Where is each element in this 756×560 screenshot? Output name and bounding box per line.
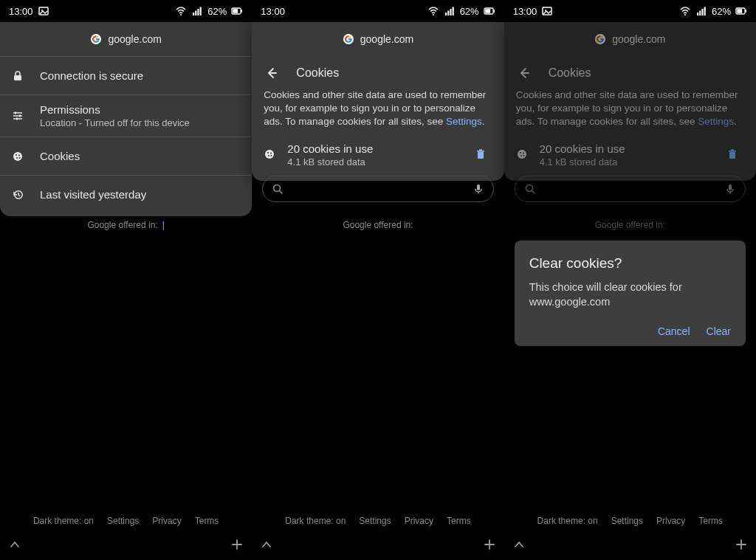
permissions-sub: Location - Turned off for this device: [40, 117, 240, 128]
cookies-in-use-row: 20 cookies in use 4.1 kB stored data: [252, 136, 504, 178]
mic-icon[interactable]: [472, 183, 484, 195]
wifi-icon-2: [427, 5, 439, 17]
google-favicon-icon: [90, 33, 102, 45]
footer-terms[interactable]: Terms: [195, 516, 219, 526]
trash-icon[interactable]: [470, 148, 492, 162]
footer-dark-theme[interactable]: Dark theme: on: [33, 516, 94, 526]
mic-icon-3: [724, 183, 736, 195]
wifi-icon: [175, 5, 187, 17]
notification-icon: [38, 5, 49, 17]
status-time-3: 13:00: [513, 6, 537, 17]
footer-privacy-2[interactable]: Privacy: [405, 516, 433, 526]
footer-settings[interactable]: Settings: [107, 516, 139, 526]
search-bar[interactable]: [262, 176, 493, 202]
footer-dark-theme-3[interactable]: Dark theme: on: [537, 516, 598, 526]
site-domain: google.com: [108, 33, 161, 45]
cookies-label: Cookies: [40, 150, 240, 162]
signal-icon: [191, 5, 203, 17]
dialog-title: Clear cookies?: [529, 255, 731, 272]
back-icon-dim: [516, 67, 532, 79]
battery-icon-3: [735, 5, 747, 17]
pane-site-info: 13:00 62% google.com Connection is secur…: [0, 0, 252, 560]
battery-icon-2: [484, 5, 495, 17]
settings-link[interactable]: Settings: [446, 116, 482, 127]
sheet-title-row-2: google.com: [252, 22, 504, 56]
offered-pipe: |: [162, 220, 165, 230]
footer-settings-3[interactable]: Settings: [611, 516, 643, 526]
page-footer: Dark theme: on Settings Privacy Terms: [0, 516, 252, 526]
google-offered-in-2: Google offered in:: [252, 220, 504, 230]
bottom-nav: [0, 529, 252, 560]
clear-cookies-dialog: Clear cookies? This choice will clear co…: [515, 241, 746, 346]
cookie-icon-2: [264, 148, 277, 162]
bottom-nav-3: [504, 529, 756, 560]
connection-secure-row[interactable]: Connection is secure: [0, 56, 252, 94]
search-bar-dim: [515, 176, 746, 202]
cookie-icon: [12, 151, 24, 162]
footer-privacy-3[interactable]: Privacy: [656, 516, 685, 526]
chevron-up-icon-3[interactable]: [513, 539, 525, 550]
history-icon: [12, 189, 24, 201]
cookies-size-3: 4.1 kB stored data: [540, 156, 712, 167]
lock-icon: [12, 70, 24, 82]
permissions-label: Permissions: [40, 103, 240, 116]
last-visited-label: Last visited yesterday: [40, 188, 240, 201]
search-icon: [272, 183, 284, 195]
chevron-up-icon-2[interactable]: [261, 539, 272, 550]
site-domain-3: google.com: [612, 33, 665, 45]
plus-icon[interactable]: [231, 539, 243, 550]
cookies-count-3: 20 cookies in use: [540, 142, 712, 155]
back-icon[interactable]: [264, 67, 280, 79]
cookies-description: Cookies and other site data are used to …: [252, 84, 504, 136]
site-info-sheet: google.com Connection is secure Permissi…: [0, 22, 252, 216]
footer-settings-2[interactable]: Settings: [359, 516, 391, 526]
permissions-row[interactable]: Permissions Location - Turned off for th…: [0, 94, 252, 136]
page-footer-3: Dark theme: on Settings Privacy Terms: [504, 516, 756, 526]
cancel-button[interactable]: Cancel: [658, 325, 690, 337]
settings-link-3: Settings: [698, 116, 734, 127]
footer-dark-theme-2[interactable]: Dark theme: on: [285, 516, 346, 526]
cookies-sheet: google.com Cookies Cookies and other sit…: [252, 22, 504, 181]
search-icon-3: [524, 183, 536, 195]
cookies-description-3: Cookies and other site data are used to …: [504, 84, 756, 136]
cookies-sheet-dim: google.com Cookies Cookies and other sit…: [504, 22, 756, 181]
google-offered-in: Google offered in:|: [0, 220, 252, 230]
cookies-count: 20 cookies in use: [287, 142, 459, 155]
status-bar-2: 13:00 62%: [252, 0, 504, 22]
last-visited-row[interactable]: Last visited yesterday: [0, 175, 252, 213]
notification-icon-3: [541, 5, 553, 17]
status-time-2: 13:00: [261, 6, 285, 17]
status-bar: 13:00 62%: [0, 0, 252, 22]
signal-icon-2: [444, 5, 456, 17]
signal-icon-3: [695, 5, 707, 17]
plus-icon-3[interactable]: [735, 539, 747, 550]
site-domain-2: google.com: [360, 33, 413, 45]
cookie-icon-3: [516, 148, 529, 162]
status-time: 13:00: [9, 6, 33, 17]
status-bar-3: 13:00 62%: [504, 0, 756, 22]
clear-button[interactable]: Clear: [707, 325, 731, 337]
cookies-title: Cookies: [296, 66, 339, 80]
cookies-row[interactable]: Cookies: [0, 136, 252, 175]
pane-cookies: 13:00 62% google.com Cookies Cookies and…: [252, 0, 504, 560]
footer-terms-3[interactable]: Terms: [698, 516, 723, 526]
google-favicon-icon-3: [594, 33, 606, 45]
footer-terms-2[interactable]: Terms: [447, 516, 471, 526]
page-footer-2: Dark theme: on Settings Privacy Terms: [252, 516, 504, 526]
plus-icon-2[interactable]: [484, 539, 495, 550]
battery-text-2: 62%: [460, 6, 479, 17]
dialog-body: This choice will clear cookies for www.g…: [529, 280, 731, 309]
battery-text: 62%: [207, 6, 227, 17]
sliders-icon: [12, 110, 24, 122]
cookies-title-3: Cookies: [549, 66, 591, 80]
wifi-icon-3: [679, 5, 691, 17]
battery-text-3: 62%: [712, 6, 731, 17]
pane-clear-dialog: 13:00 62% google.com Cookies Cookies and…: [504, 0, 756, 560]
google-favicon-icon-2: [343, 33, 354, 45]
footer-privacy[interactable]: Privacy: [152, 516, 181, 526]
battery-icon: [231, 5, 243, 17]
trash-icon-dim: [722, 148, 744, 162]
sheet-title-row: google.com: [0, 22, 252, 56]
chevron-up-icon[interactable]: [9, 539, 21, 550]
cookies-size: 4.1 kB stored data: [287, 156, 459, 167]
